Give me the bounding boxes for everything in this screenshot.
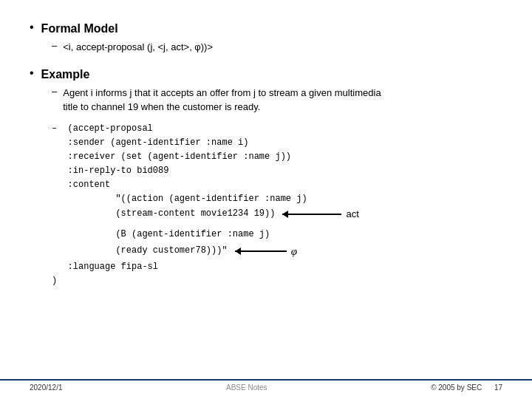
example-text: Agent i informs j that it accepts an off… bbox=[63, 86, 381, 115]
example-sub: – Agent i informs j that it accepts an o… bbox=[52, 86, 502, 115]
code-line-6: "((action (agent-identifier :name j) bbox=[52, 192, 502, 206]
code-text-9: (ready customer78)))" bbox=[52, 244, 228, 258]
dash-2: – bbox=[52, 86, 57, 97]
bullet-main-formal: • Formal Model bbox=[30, 22, 502, 35]
code-text-3: :receiver (set (agent-identifier :name j… bbox=[52, 150, 291, 164]
footer: 2020/12/1 ABSE Notes © 2005 by SEC 17 bbox=[0, 379, 532, 392]
code-text-7: (stream-content movie1234 19)) bbox=[52, 207, 275, 221]
arrow-phi: φ bbox=[235, 242, 297, 260]
footer-center: ABSE Notes bbox=[226, 383, 267, 392]
bullet-dot-2: • bbox=[30, 66, 34, 80]
example-title: Example bbox=[41, 68, 90, 81]
code-text-5: :content bbox=[52, 178, 110, 192]
code-line-blank bbox=[52, 222, 502, 228]
formal-model-text: <i, accept-proposal (j, <j, act>, φ))> bbox=[63, 40, 213, 55]
code-line-9: (ready customer78)))" φ bbox=[52, 242, 502, 260]
footer-date: 2020/12/1 bbox=[30, 383, 63, 392]
dash-1: – bbox=[52, 40, 57, 51]
code-text-11: ) bbox=[52, 274, 57, 288]
code-line-8: (B (agent-identifier :name j) bbox=[52, 228, 502, 242]
code-text-4: :in-reply-to bid089 bbox=[52, 164, 168, 178]
bullet-example: • Example – Agent i informs j that it ac… bbox=[30, 68, 502, 288]
bullet-dot-1: • bbox=[30, 21, 34, 34]
bullet-formal-model: • Formal Model – <i, accept-proposal (j,… bbox=[30, 22, 502, 55]
code-line-2: :sender (agent-identifier :name i) bbox=[52, 136, 502, 150]
code-text-1: – (accept-proposal bbox=[52, 122, 153, 136]
code-line-10: :language fipa-sl bbox=[52, 260, 502, 274]
code-text-10: :language fipa-sl bbox=[52, 260, 158, 274]
footer-copyright-text: © 2005 by SEC bbox=[431, 383, 482, 392]
code-line-4: :in-reply-to bid089 bbox=[52, 164, 502, 178]
footer-page: 17 bbox=[494, 383, 502, 392]
slide-container: • Formal Model – <i, accept-proposal (j,… bbox=[0, 0, 532, 399]
content-area: • Formal Model – <i, accept-proposal (j,… bbox=[30, 15, 502, 288]
footer-copyright: © 2005 by SEC 17 bbox=[431, 383, 502, 392]
code-line-5: :content bbox=[52, 178, 502, 192]
act-label: act bbox=[346, 207, 358, 222]
code-line-7: (stream-content movie1234 19)) act bbox=[52, 207, 502, 222]
code-line-3: :receiver (set (agent-identifier :name j… bbox=[52, 150, 502, 164]
bullet-main-example: • Example bbox=[30, 68, 502, 81]
code-text-8: (B (agent-identifier :name j) bbox=[52, 228, 270, 242]
code-text-6: "((action (agent-identifier :name j) bbox=[52, 192, 307, 206]
code-text-2: :sender (agent-identifier :name i) bbox=[52, 136, 248, 150]
code-block: – (accept-proposal :sender (agent-identi… bbox=[52, 122, 502, 288]
formal-model-title: Formal Model bbox=[41, 22, 118, 35]
arrow-act: act bbox=[282, 207, 358, 222]
code-line-11: ) bbox=[52, 274, 502, 288]
phi-label: φ bbox=[291, 242, 297, 260]
code-line-1: – (accept-proposal bbox=[52, 122, 502, 136]
formal-model-sub: – <i, accept-proposal (j, <j, act>, φ))> bbox=[52, 40, 502, 55]
